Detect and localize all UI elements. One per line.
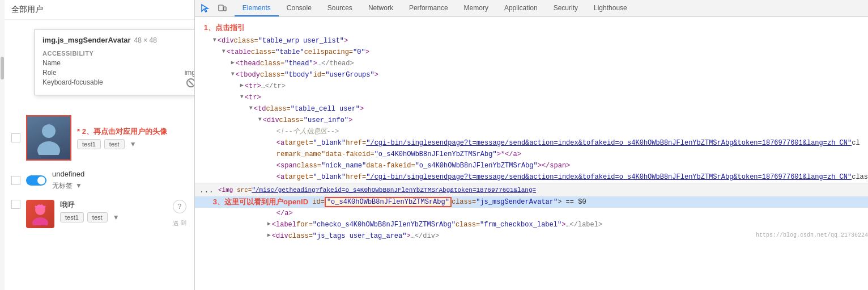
step1-note: 1、点击指引 [195,19,868,35]
undefined-toggle[interactable] [26,175,46,186]
undefined-checkbox[interactable] [11,176,20,185]
html-line-6[interactable]: ▼ <tr> [195,92,868,103]
tooltip-name-label: Name [42,59,61,67]
collapse-arrow-8[interactable]: ▼ [258,115,262,124]
html-line-comment: <!--个人信息区--> [195,126,868,137]
tooltip-role-row: Role img [42,69,195,77]
tab-network[interactable]: Network [360,1,401,16]
svg-rect-5 [219,5,223,11]
svg-point-3 [32,217,48,225]
tag-button-test1[interactable]: test1 [77,139,101,149]
collapse-arrow[interactable]: ▼ [213,36,216,44]
select-element-icon[interactable] [197,0,213,16]
devtools-toolbar: Elements Console Sources Network Perform… [195,0,868,17]
user-row-with-avatar: * 2、再点击对应用户的头像 test1 test ▼ [5,111,194,165]
bottom-bar: ... <img src="/misc/getheading?fakeid=o_… [195,183,868,196]
ohhu-tag1[interactable]: test1 [60,212,84,222]
tag-button-test[interactable]: test [104,139,125,149]
openid-highlight: "o_s4K0hOWbB8nJFlenYbZTMSrAbg" [325,197,452,207]
html-line-12[interactable]: <a target="_blank" href="/cgi-bin/single… [195,171,868,183]
html-line-5[interactable]: ▶ <tr>…</tr> [195,81,868,92]
tooltip-accessibility-label: ACCESSIBILITY [42,50,195,57]
tags-dropdown-arrow[interactable]: ▼ [128,139,138,149]
html-line-after-3[interactable]: ▶ <div class="js_tags user_tag_area">…</… [195,230,868,242]
tab-memory[interactable]: Memory [456,1,496,16]
side-actions: ? 遇到 [172,200,188,216]
devtools-panel: Elements Console Sources Network Perform… [195,0,868,290]
tooltip-role-label: Role [42,69,57,77]
html-line-11[interactable]: <span class="nick_name" data-fakeid="o_s… [195,160,868,171]
collapse-arrow-after-1[interactable]: ▶ [267,220,271,228]
svg-point-0 [42,124,56,138]
html-line-10[interactable]: remark_name" data-fakeid="o_s4K0hOWbB8nJ… [195,149,868,160]
device-toolbar-icon[interactable] [214,0,230,16]
ohhu-tags-row: test1 test ▼ [60,212,121,222]
left-panel: 全部用户 img.js_msgSenderAvatar 48 × 48 ACCE… [0,0,195,290]
tab-sources[interactable]: Sources [320,1,360,16]
collapse-arrow-7[interactable]: ▼ [249,104,253,112]
step3-note: 3、这里可以看到用户openID [213,197,308,207]
html-line-3[interactable]: ▶ <thead class="thead">…</thead> [195,58,868,69]
user-checkbox[interactable] [11,133,20,142]
visit-label: 遇到 [172,216,188,216]
devtools-tabs: Elements Console Sources Network Perform… [235,0,635,16]
html-line-9[interactable]: <a target="_blank" href="/cgi-bin/single… [195,137,868,149]
svg-point-1 [37,141,60,155]
ohhu-username: 哦呼 [60,200,121,210]
svg-rect-6 [224,7,226,11]
undefined-user-info: undefined 无标签 ▼ [52,170,84,191]
tab-lighthouse[interactable]: Lighthouse [586,1,635,16]
ohhu-user-info: 哦呼 test1 test ▼ [60,200,121,222]
user-avatar[interactable] [26,115,71,161]
svg-marker-4 [202,5,208,12]
avatar-image [35,121,63,155]
ellipsis[interactable]: ... [199,186,214,195]
tooltip-element-name: img.js_msgSenderAvatar [42,36,131,44]
avatar-container [26,115,71,161]
tooltip-keyboard-row: Keyboard-focusable [42,78,195,87]
user-row-undefined: undefined 无标签 ▼ [5,165,194,195]
step3-line[interactable]: 3、这里可以看到用户openID id= "o_s4K0hOWbB8nJFlen… [195,196,868,208]
html-line-after-1[interactable]: </a> [195,208,868,219]
tooltip-role-value: img [185,69,195,77]
tab-elements[interactable]: Elements [235,1,279,16]
html-line-8[interactable]: ▼ <div class="user_info"> [195,115,868,126]
element-tooltip: img.js_msgSenderAvatar 48 × 48 ACCESSIBI… [34,30,195,95]
user-row-ohhu: 哦呼 test1 test ▼ ? 遇到 [5,195,194,233]
ohhu-avatar-img [29,203,52,225]
html-line-2[interactable]: ▼ <table class="table" cellspacing="0"> [195,47,868,58]
html-line-1[interactable]: ▼ <div class="table_wrp user_list"> [195,35,868,47]
tab-console[interactable]: Console [279,1,320,16]
question-button[interactable]: ? [173,200,186,213]
tooltip-size: 48 × 48 [134,36,157,44]
devtools-icon-group [197,0,230,16]
collapse-arrow-2[interactable]: ▼ [222,47,225,56]
collapse-arrow-after-2[interactable]: ▶ [267,231,271,239]
tab-application[interactable]: Application [496,1,546,16]
collapse-arrow-5[interactable]: ▶ [240,81,244,90]
step2-label: * 2、再点击对应用户的头像 [77,127,167,137]
page-title: 全部用户 [5,0,194,20]
collapse-arrow-6[interactable]: ▼ [240,93,244,101]
undefined-tag-row: 无标签 ▼ [52,180,84,191]
html-line-7[interactable]: ▼ <td class="table_cell user"> [195,103,868,115]
tab-performance[interactable]: Performance [401,1,456,16]
ohhu-avatar[interactable] [26,200,54,228]
ohhu-tag-arrow[interactable]: ▼ [111,212,121,222]
img-line-content: <img src="/misc/getheading?fakeid=o_s4K0… [218,187,536,194]
collapse-arrow-4[interactable]: ▼ [231,70,235,78]
html-line-after-2[interactable]: ▶ <label for="checko_s4K0hOWbB8nJFlenYbZ… [195,219,868,230]
tab-security[interactable]: Security [546,1,586,16]
html-line-4[interactable]: ▼ <tbody class="tbody" id="userGroups"> [195,69,868,81]
user-info-step2: * 2、再点击对应用户的头像 test1 test ▼ [77,127,167,149]
ohhu-checkbox[interactable] [11,200,20,209]
undefined-username: undefined [52,170,84,178]
devtools-content[interactable]: 1、点击指引 ▼ <div class="table_wrp user_list… [195,17,868,290]
undefined-tag-label: 无标签 [52,181,73,191]
tooltip-keyboard-value [186,78,195,87]
ohhu-tag2[interactable]: test [87,212,108,222]
tooltip-name-row: Name [42,59,195,67]
no-focusable-icon [186,78,195,87]
undefined-tag-arrow[interactable]: ▼ [74,180,84,191]
collapse-arrow-3[interactable]: ▶ [231,58,235,67]
